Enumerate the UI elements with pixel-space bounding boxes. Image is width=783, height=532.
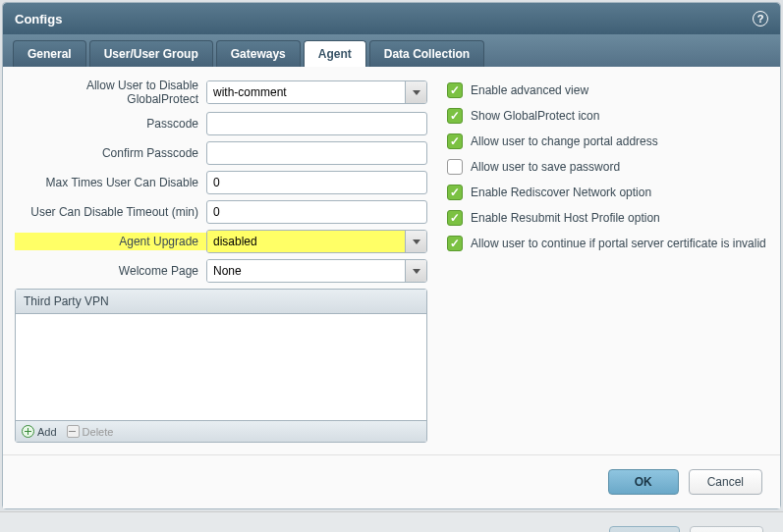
allow-disable-label: Allow User to Disable GlobalProtect: [15, 79, 206, 106]
chevron-down-icon[interactable]: [405, 260, 426, 282]
tab-agent[interactable]: Agent: [304, 40, 366, 67]
outer-button-bar: OK Cancel: [0, 511, 783, 532]
confirm-passcode-input[interactable]: [206, 141, 427, 165]
tab-data-collection[interactable]: Data Collection: [369, 40, 484, 67]
chevron-down-icon[interactable]: [405, 81, 426, 103]
timeout-input[interactable]: [206, 200, 427, 224]
check-continue-invalid-cert[interactable]: ✓: [447, 236, 463, 251]
tab-content: Allow User to Disable GlobalProtect with…: [3, 67, 780, 454]
dialog-title: Configs: [15, 12, 62, 27]
minus-icon: [67, 425, 80, 438]
help-icon[interactable]: ?: [753, 11, 768, 27]
outer-cancel-button[interactable]: Cancel: [690, 526, 763, 532]
tab-general[interactable]: General: [13, 40, 86, 67]
welcome-page-select[interactable]: None: [206, 259, 427, 283]
outer-ok-button[interactable]: OK: [609, 526, 680, 532]
passcode-input[interactable]: [206, 112, 427, 135]
timeout-label: User Can Disable Timeout (min): [15, 205, 206, 219]
plus-icon: [22, 425, 34, 438]
welcome-page-label: Welcome Page: [15, 264, 206, 278]
check-rediscover[interactable]: ✓: [447, 185, 463, 200]
third-party-vpn-list: Third Party VPN Add Delete: [15, 289, 427, 443]
tab-gateways[interactable]: Gateways: [216, 40, 301, 67]
listbox-body[interactable]: [16, 314, 426, 420]
check-change-portal[interactable]: ✓: [447, 133, 463, 149]
title-bar: Configs ?: [3, 3, 780, 34]
check-label: Enable advanced view: [471, 83, 588, 97]
inner-button-bar: OK Cancel: [3, 454, 780, 508]
check-label: Enable Rediscover Network option: [471, 186, 651, 199]
passcode-label: Passcode: [15, 117, 206, 131]
cancel-button[interactable]: Cancel: [689, 469, 762, 495]
left-column: Allow User to Disable GlobalProtect with…: [15, 79, 427, 443]
delete-button: Delete: [67, 425, 114, 438]
check-resubmit[interactable]: ✓: [447, 210, 463, 226]
listbox-header: Third Party VPN: [16, 290, 426, 314]
check-enable-advanced[interactable]: ✓: [447, 82, 463, 98]
listbox-footer: Add Delete: [16, 420, 426, 442]
agent-upgrade-label: Agent Upgrade: [15, 233, 206, 250]
right-column: ✓Enable advanced view ✓Show GlobalProtec…: [447, 79, 768, 443]
check-label: Show GlobalProtect icon: [471, 109, 599, 123]
tab-user-group[interactable]: User/User Group: [89, 40, 213, 67]
add-button[interactable]: Add: [22, 425, 57, 438]
check-show-icon[interactable]: ✓: [447, 108, 463, 124]
allow-disable-select[interactable]: with-comment: [206, 80, 427, 104]
confirm-passcode-label: Confirm Passcode: [15, 146, 206, 160]
check-label: Allow user to continue if portal server …: [471, 237, 766, 250]
tab-bar: General User/User Group Gateways Agent D…: [3, 34, 780, 67]
ok-button[interactable]: OK: [608, 469, 679, 495]
agent-upgrade-select[interactable]: disabled: [206, 230, 427, 253]
check-label: Allow user to save password: [471, 160, 620, 174]
config-dialog: Configs ? General User/User Group Gatewa…: [2, 2, 781, 509]
max-times-label: Max Times User Can Disable: [15, 176, 206, 189]
check-label: Allow user to change portal address: [471, 134, 658, 148]
chevron-down-icon[interactable]: [405, 231, 426, 252]
check-label: Enable Resubmit Host Profile option: [471, 211, 660, 225]
max-times-input[interactable]: [206, 171, 427, 194]
check-save-password[interactable]: [447, 159, 463, 175]
